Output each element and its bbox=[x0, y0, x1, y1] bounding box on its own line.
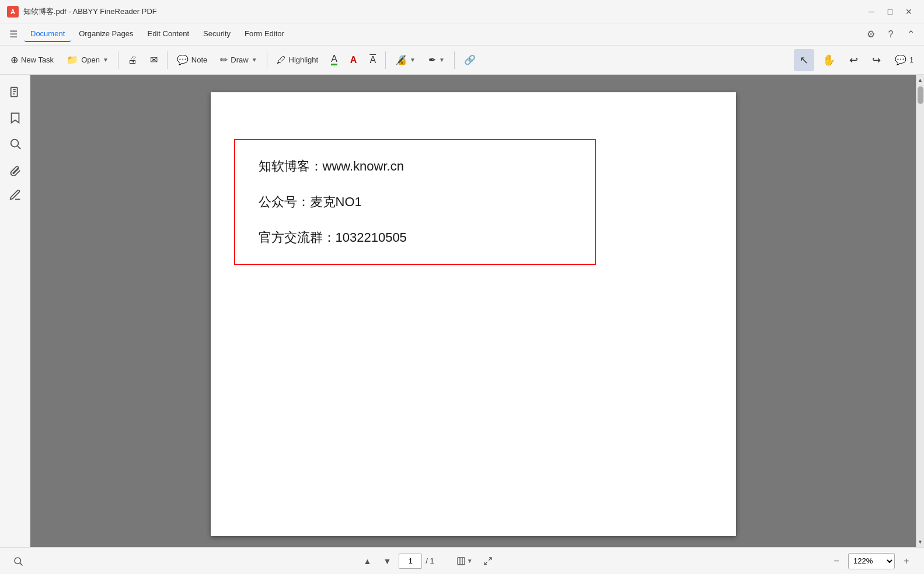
highlight-icon: 🖊 bbox=[277, 55, 286, 65]
comment-icon: 💬 bbox=[895, 54, 906, 65]
comment-button[interactable]: 💬 1 bbox=[889, 49, 919, 71]
sidebar-bookmarks-icon[interactable] bbox=[5, 107, 26, 128]
zoom-out-button[interactable]: − bbox=[828, 553, 845, 569]
status-search-icon[interactable] bbox=[9, 552, 27, 570]
undo-button[interactable]: ↩ bbox=[843, 49, 864, 71]
menu-organize-pages[interactable]: Organize Pages bbox=[73, 26, 139, 42]
svg-point-4 bbox=[11, 140, 18, 147]
select-tool-button[interactable]: ↖ bbox=[794, 49, 814, 71]
title-bar: A 知软博客.pdf - ABBYY FineReader PDF ─ □ ✕ bbox=[0, 0, 924, 23]
plus-icon: ⊕ bbox=[11, 54, 18, 65]
maximize-button[interactable]: □ bbox=[882, 4, 898, 20]
open-dropdown-icon: ▼ bbox=[103, 57, 109, 63]
draw-label: Draw bbox=[231, 55, 248, 64]
sidebar-pages-icon[interactable] bbox=[5, 82, 26, 103]
toolbar-separator-1 bbox=[118, 51, 118, 69]
window-title: 知软博客.pdf - ABBYY FineReader PDF bbox=[23, 6, 863, 17]
window-controls: ─ □ ✕ bbox=[863, 4, 917, 20]
svg-line-5 bbox=[18, 146, 20, 149]
arrow-icon: ↖ bbox=[800, 54, 808, 67]
left-sidebar bbox=[0, 75, 30, 547]
pdf-line-3: 官方交流群：1032210505 bbox=[259, 229, 571, 247]
status-right: − 50% 75% 100% 122% 150% 200% + bbox=[828, 553, 915, 569]
settings-icon[interactable]: ⚙ bbox=[862, 26, 880, 43]
hamburger-menu[interactable]: ☰ bbox=[5, 26, 22, 43]
menu-security[interactable]: Security bbox=[197, 26, 236, 42]
link-icon: 🔗 bbox=[464, 54, 476, 65]
status-center: ▲ ▼ / 1 ▼ bbox=[32, 553, 824, 569]
draw-dropdown-icon: ▼ bbox=[252, 57, 257, 63]
folder-icon: 📁 bbox=[67, 54, 78, 65]
close-button[interactable]: ✕ bbox=[901, 4, 917, 20]
page-number-input[interactable] bbox=[399, 554, 422, 569]
comment-count: 1 bbox=[909, 56, 913, 64]
text-overline-button[interactable]: A bbox=[364, 49, 382, 71]
scroll-thumb[interactable] bbox=[918, 86, 923, 104]
note-icon: 💬 bbox=[177, 54, 189, 65]
menu-right-icons: ⚙ ? ⌃ bbox=[862, 26, 919, 43]
zoom-in-button[interactable]: + bbox=[898, 553, 915, 569]
stamp-button[interactable]: 🔏 ▼ bbox=[389, 49, 421, 71]
edit-button[interactable]: ✒ ▼ bbox=[423, 49, 451, 71]
toolbar-separator-3 bbox=[267, 51, 267, 69]
svg-line-12 bbox=[484, 562, 487, 565]
svg-line-11 bbox=[489, 558, 491, 561]
open-button[interactable]: 📁 Open ▼ bbox=[61, 49, 114, 71]
pdf-line-1: 知软博客：www.knowr.cn bbox=[259, 158, 571, 176]
draw-icon: ✏ bbox=[220, 54, 228, 65]
menu-bar: ☰ Document Organize Pages Edit Content S… bbox=[0, 23, 924, 46]
menu-document[interactable]: Document bbox=[25, 26, 71, 42]
svg-point-6 bbox=[15, 558, 21, 564]
zoom-select[interactable]: 50% 75% 100% 122% 150% 200% bbox=[848, 553, 895, 569]
app-icon: A bbox=[7, 6, 19, 18]
prev-page-button[interactable]: ▲ bbox=[359, 553, 375, 569]
hand-icon: ✋ bbox=[822, 54, 835, 67]
vertical-scrollbar[interactable]: ▲ ▼ bbox=[916, 75, 924, 547]
text-highlight-red-button[interactable]: A bbox=[344, 49, 363, 71]
fit-dropdown-icon: ▼ bbox=[467, 558, 473, 564]
text-color-button[interactable]: A bbox=[325, 49, 343, 71]
status-bar: ▲ ▼ / 1 ▼ − 50% 75% 100% bbox=[0, 547, 924, 574]
main-layout: 知软博客：www.knowr.cn 公众号：麦克NO1 官方交流群：103221… bbox=[0, 75, 924, 547]
sidebar-search-icon[interactable] bbox=[5, 133, 26, 154]
sidebar-attachments-icon[interactable] bbox=[5, 159, 26, 180]
redo-button[interactable]: ↪ bbox=[866, 49, 887, 71]
highlight-button[interactable]: 🖊 Highlight bbox=[271, 49, 325, 71]
highlight-label: Highlight bbox=[289, 55, 319, 64]
link-button[interactable]: 🔗 bbox=[458, 49, 482, 71]
page-total: / 1 bbox=[426, 556, 434, 565]
edit-dropdown-icon: ▼ bbox=[439, 57, 445, 63]
toolbar-separator-4 bbox=[385, 51, 386, 69]
minimize-button[interactable]: ─ bbox=[863, 4, 880, 20]
hand-tool-button[interactable]: ✋ bbox=[817, 49, 841, 71]
email-icon: ✉ bbox=[150, 54, 158, 65]
fullscreen-button[interactable] bbox=[480, 553, 496, 569]
print-button[interactable]: 🖨 bbox=[122, 49, 143, 71]
help-icon[interactable]: ? bbox=[882, 26, 899, 43]
menu-form-editor[interactable]: Form Editor bbox=[239, 26, 290, 42]
new-task-label: New Task bbox=[21, 55, 54, 64]
note-label: Note bbox=[191, 55, 207, 64]
scroll-up-arrow[interactable]: ▲ bbox=[916, 75, 925, 85]
pdf-content-box: 知软博客：www.knowr.cn 公众号：麦克NO1 官方交流群：103221… bbox=[234, 139, 596, 265]
fit-page-button[interactable]: ▼ bbox=[453, 553, 476, 569]
new-task-button[interactable]: ⊕ New Task bbox=[5, 49, 60, 71]
chevron-up-icon[interactable]: ⌃ bbox=[902, 26, 919, 43]
scroll-down-arrow[interactable]: ▼ bbox=[916, 537, 925, 547]
toolbar-separator-5 bbox=[454, 51, 455, 69]
document-area[interactable]: 知软博客：www.knowr.cn 公众号：麦克NO1 官方交流群：103221… bbox=[30, 75, 916, 547]
redo-icon: ↪ bbox=[872, 54, 881, 67]
text-color-icon: A bbox=[331, 54, 337, 65]
draw-button[interactable]: ✏ Draw ▼ bbox=[214, 49, 263, 71]
email-button[interactable]: ✉ bbox=[144, 49, 163, 71]
text-overline-icon: A bbox=[369, 55, 376, 65]
menu-edit-content[interactable]: Edit Content bbox=[141, 26, 195, 42]
next-page-button[interactable]: ▼ bbox=[379, 553, 395, 569]
pdf-line-2: 公众号：麦克NO1 bbox=[259, 193, 571, 211]
status-left bbox=[9, 552, 27, 570]
sidebar-annotations-icon[interactable] bbox=[5, 185, 26, 206]
undo-icon: ↩ bbox=[849, 54, 858, 67]
svg-rect-8 bbox=[458, 558, 465, 565]
svg-line-7 bbox=[20, 563, 22, 565]
note-button[interactable]: 💬 Note bbox=[171, 49, 213, 71]
